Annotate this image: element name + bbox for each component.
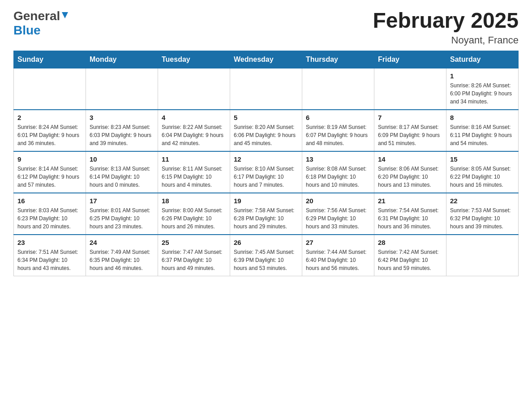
logo: General Blue bbox=[13, 9, 69, 38]
calendar-cell: 4Sunrise: 8:22 AM Sunset: 6:04 PM Daylig… bbox=[158, 110, 230, 151]
calendar-cell: 8Sunrise: 8:16 AM Sunset: 6:11 PM Daylig… bbox=[446, 110, 519, 151]
day-number: 11 bbox=[162, 155, 226, 163]
day-number: 10 bbox=[90, 155, 154, 163]
calendar-cell: 17Sunrise: 8:01 AM Sunset: 6:25 PM Dayli… bbox=[86, 193, 158, 235]
calendar-cell: 7Sunrise: 8:17 AM Sunset: 6:09 PM Daylig… bbox=[374, 110, 446, 151]
calendar-cell: 22Sunrise: 7:53 AM Sunset: 6:32 PM Dayli… bbox=[446, 193, 519, 235]
day-info: Sunrise: 8:13 AM Sunset: 6:14 PM Dayligh… bbox=[90, 165, 154, 189]
logo-general-text: General bbox=[13, 9, 60, 23]
day-number: 7 bbox=[378, 114, 442, 121]
calendar-cell: 9Sunrise: 8:14 AM Sunset: 6:12 PM Daylig… bbox=[14, 151, 86, 193]
day-number: 17 bbox=[90, 197, 154, 205]
day-info: Sunrise: 7:54 AM Sunset: 6:31 PM Dayligh… bbox=[378, 206, 442, 231]
weekday-header-sunday: Sunday bbox=[14, 51, 86, 68]
day-number: 25 bbox=[162, 239, 226, 246]
day-number: 1 bbox=[450, 72, 515, 80]
calendar-cell: 24Sunrise: 7:49 AM Sunset: 6:35 PM Dayli… bbox=[86, 235, 158, 276]
day-info: Sunrise: 8:06 AM Sunset: 6:20 PM Dayligh… bbox=[378, 165, 442, 189]
calendar-cell bbox=[14, 68, 86, 110]
calendar-cell: 6Sunrise: 8:19 AM Sunset: 6:07 PM Daylig… bbox=[302, 110, 374, 151]
day-number: 14 bbox=[378, 155, 442, 163]
day-info: Sunrise: 8:23 AM Sunset: 6:03 PM Dayligh… bbox=[90, 123, 154, 147]
day-number: 28 bbox=[378, 239, 442, 246]
day-info: Sunrise: 8:00 AM Sunset: 6:26 PM Dayligh… bbox=[162, 206, 226, 231]
calendar-cell: 19Sunrise: 7:58 AM Sunset: 6:28 PM Dayli… bbox=[230, 193, 302, 235]
weekday-header-thursday: Thursday bbox=[302, 51, 374, 68]
calendar-cell bbox=[446, 235, 519, 276]
day-info: Sunrise: 8:08 AM Sunset: 6:18 PM Dayligh… bbox=[306, 165, 370, 189]
calendar-cell: 23Sunrise: 7:51 AM Sunset: 6:34 PM Dayli… bbox=[14, 235, 86, 276]
day-info: Sunrise: 8:14 AM Sunset: 6:12 PM Dayligh… bbox=[17, 165, 82, 189]
calendar-cell: 28Sunrise: 7:42 AM Sunset: 6:42 PM Dayli… bbox=[374, 235, 446, 276]
day-number: 27 bbox=[306, 239, 370, 246]
calendar-cell: 27Sunrise: 7:44 AM Sunset: 6:40 PM Dayli… bbox=[302, 235, 374, 276]
day-info: Sunrise: 8:20 AM Sunset: 6:06 PM Dayligh… bbox=[234, 123, 298, 147]
day-number: 5 bbox=[234, 114, 298, 121]
day-number: 16 bbox=[17, 197, 82, 205]
calendar-week-4: 16Sunrise: 8:03 AM Sunset: 6:23 PM Dayli… bbox=[14, 193, 519, 235]
day-info: Sunrise: 7:45 AM Sunset: 6:39 PM Dayligh… bbox=[234, 248, 298, 272]
day-number: 15 bbox=[450, 155, 515, 163]
day-number: 8 bbox=[450, 114, 515, 121]
day-info: Sunrise: 7:49 AM Sunset: 6:35 PM Dayligh… bbox=[90, 248, 154, 272]
day-number: 24 bbox=[90, 239, 154, 246]
calendar-cell: 21Sunrise: 7:54 AM Sunset: 6:31 PM Dayli… bbox=[374, 193, 446, 235]
calendar-cell: 26Sunrise: 7:45 AM Sunset: 6:39 PM Dayli… bbox=[230, 235, 302, 276]
day-info: Sunrise: 7:58 AM Sunset: 6:28 PM Dayligh… bbox=[234, 206, 298, 231]
calendar-cell bbox=[374, 68, 446, 110]
calendar-cell: 5Sunrise: 8:20 AM Sunset: 6:06 PM Daylig… bbox=[230, 110, 302, 151]
day-number: 20 bbox=[306, 197, 370, 205]
calendar-cell bbox=[230, 68, 302, 110]
calendar-cell: 18Sunrise: 8:00 AM Sunset: 6:26 PM Dayli… bbox=[158, 193, 230, 235]
calendar-cell: 25Sunrise: 7:47 AM Sunset: 6:37 PM Dayli… bbox=[158, 235, 230, 276]
calendar-cell: 1Sunrise: 8:26 AM Sunset: 6:00 PM Daylig… bbox=[446, 68, 519, 110]
calendar-cell: 12Sunrise: 8:10 AM Sunset: 6:17 PM Dayli… bbox=[230, 151, 302, 193]
day-number: 21 bbox=[378, 197, 442, 205]
calendar-week-2: 2Sunrise: 8:24 AM Sunset: 6:01 PM Daylig… bbox=[14, 110, 519, 151]
logo-blue-text: Blue bbox=[13, 23, 41, 37]
calendar-cell: 2Sunrise: 8:24 AM Sunset: 6:01 PM Daylig… bbox=[14, 110, 86, 151]
calendar-cell: 3Sunrise: 8:23 AM Sunset: 6:03 PM Daylig… bbox=[86, 110, 158, 151]
calendar-week-1: 1Sunrise: 8:26 AM Sunset: 6:00 PM Daylig… bbox=[14, 68, 519, 110]
calendar-title: February 2025 bbox=[373, 9, 519, 33]
calendar-cell: 13Sunrise: 8:08 AM Sunset: 6:18 PM Dayli… bbox=[302, 151, 374, 193]
weekday-header-monday: Monday bbox=[86, 51, 158, 68]
calendar-cell bbox=[302, 68, 374, 110]
calendar-header-row: SundayMondayTuesdayWednesdayThursdayFrid… bbox=[14, 51, 519, 68]
day-info: Sunrise: 8:17 AM Sunset: 6:09 PM Dayligh… bbox=[378, 123, 442, 147]
day-info: Sunrise: 7:53 AM Sunset: 6:32 PM Dayligh… bbox=[450, 206, 515, 231]
day-info: Sunrise: 7:51 AM Sunset: 6:34 PM Dayligh… bbox=[17, 248, 82, 272]
day-number: 12 bbox=[234, 155, 298, 163]
calendar-week-3: 9Sunrise: 8:14 AM Sunset: 6:12 PM Daylig… bbox=[14, 151, 519, 193]
day-info: Sunrise: 7:47 AM Sunset: 6:37 PM Dayligh… bbox=[162, 248, 226, 272]
logo-arrow-icon bbox=[61, 11, 69, 21]
location-text: Noyant, France bbox=[373, 34, 519, 46]
day-info: Sunrise: 8:05 AM Sunset: 6:22 PM Dayligh… bbox=[450, 165, 515, 189]
day-number: 13 bbox=[306, 155, 370, 163]
calendar-cell bbox=[86, 68, 158, 110]
day-info: Sunrise: 7:56 AM Sunset: 6:29 PM Dayligh… bbox=[306, 206, 370, 231]
day-info: Sunrise: 8:03 AM Sunset: 6:23 PM Dayligh… bbox=[17, 206, 82, 231]
day-number: 4 bbox=[162, 114, 226, 121]
calendar-cell: 11Sunrise: 8:11 AM Sunset: 6:15 PM Dayli… bbox=[158, 151, 230, 193]
day-number: 6 bbox=[306, 114, 370, 121]
day-number: 2 bbox=[17, 114, 82, 121]
day-info: Sunrise: 8:22 AM Sunset: 6:04 PM Dayligh… bbox=[162, 123, 226, 147]
title-block: February 2025 Noyant, France bbox=[373, 9, 519, 46]
day-info: Sunrise: 7:42 AM Sunset: 6:42 PM Dayligh… bbox=[378, 248, 442, 272]
day-number: 9 bbox=[17, 155, 82, 163]
calendar-cell bbox=[158, 68, 230, 110]
calendar-cell: 14Sunrise: 8:06 AM Sunset: 6:20 PM Dayli… bbox=[374, 151, 446, 193]
calendar-cell: 10Sunrise: 8:13 AM Sunset: 6:14 PM Dayli… bbox=[86, 151, 158, 193]
day-info: Sunrise: 8:16 AM Sunset: 6:11 PM Dayligh… bbox=[450, 123, 515, 147]
weekday-header-wednesday: Wednesday bbox=[230, 51, 302, 68]
day-number: 19 bbox=[234, 197, 298, 205]
page-header: General Blue February 2025 Noyant, Franc… bbox=[13, 9, 519, 46]
day-info: Sunrise: 7:44 AM Sunset: 6:40 PM Dayligh… bbox=[306, 248, 370, 272]
svg-marker-0 bbox=[62, 12, 68, 18]
weekday-header-tuesday: Tuesday bbox=[158, 51, 230, 68]
calendar-table: SundayMondayTuesdayWednesdayThursdayFrid… bbox=[13, 51, 519, 276]
day-number: 18 bbox=[162, 197, 226, 205]
day-number: 3 bbox=[90, 114, 154, 121]
day-number: 22 bbox=[450, 197, 515, 205]
